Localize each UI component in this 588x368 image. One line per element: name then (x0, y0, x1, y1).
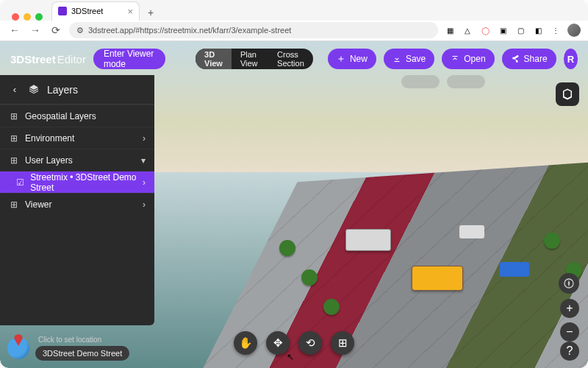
zoom-controls: + − (560, 299, 579, 342)
app-viewport: 3DStreet Editor Enter Viewer mode 3D Vie… (0, 41, 588, 368)
viewer-mode-button[interactable]: Enter Viewer mode (93, 49, 165, 69)
help-icon: ? (567, 344, 573, 358)
secondary-toolbar (401, 75, 485, 88)
zoom-in-button[interactable]: + (560, 299, 579, 318)
layer-row-viewer[interactable]: ⊞ Viewer › (0, 193, 154, 215)
layer-row-geospatial[interactable]: ⊞ Geospatial Layers (0, 105, 154, 127)
layers-icon (28, 84, 40, 96)
url-bar[interactable]: ⚙ 3dstreet.app/#https://streetmix.net/kf… (69, 22, 438, 38)
browser-chrome: 3DStreet × + ← → ⟳ ⚙ 3dstreet.app/#https… (0, 0, 588, 41)
minimize-window-icon[interactable] (24, 13, 31, 21)
hand-icon: ✋ (239, 336, 253, 350)
chevron-right-icon: › (143, 199, 146, 210)
favicon-icon (58, 7, 67, 15)
checkbox-checked-icon: ☑ (16, 177, 24, 188)
layer-row-streetmix-demo[interactable]: ☑ Streetmix • 3DStreet Demo Street › (0, 171, 154, 193)
site-info-icon[interactable]: ⚙ (76, 26, 84, 35)
ext-icon[interactable]: ◯ (479, 24, 491, 36)
tab-strip: 3DStreet × + (0, 0, 588, 21)
extensions-area: ▦ △ ◯ ▣ ▢ ◧ ⋮ (444, 24, 581, 37)
app-topbar: 3DStreet Editor Enter Viewer mode 3D Vie… (10, 49, 578, 69)
rotate-tool-button[interactable]: ⟲ (298, 331, 322, 355)
plus-box-icon: ⊞ (9, 133, 19, 144)
maximize-window-icon[interactable] (35, 13, 43, 21)
close-tab-icon[interactable]: × (127, 6, 133, 17)
address-bar-row: ← → ⟳ ⚙ 3dstreet.app/#https://streetmix.… (0, 21, 588, 41)
layer-label: Environment (25, 133, 74, 144)
view-cube-button[interactable] (556, 82, 579, 106)
url-text: 3dstreet.app/#https://streetmix.net/kfar… (88, 26, 291, 35)
new-tab-button[interactable]: + (143, 4, 159, 21)
minus-icon: − (566, 325, 573, 339)
user-avatar[interactable]: R (564, 49, 578, 69)
panel-title: Layers (47, 84, 78, 96)
toolbar-placeholder[interactable] (401, 75, 440, 88)
plus-icon: + (566, 302, 573, 315)
chevron-down-icon: ▾ (141, 155, 146, 166)
forward-button[interactable]: → (28, 23, 43, 38)
back-button[interactable]: ← (7, 23, 22, 38)
ext-icon[interactable]: ◧ (532, 24, 544, 36)
cube-icon (561, 88, 574, 101)
layer-label: Geospatial Layers (25, 111, 96, 121)
ext-icon[interactable]: ▦ (444, 24, 456, 36)
rotate-icon: ⟲ (306, 336, 315, 350)
move-icon: ✥ (273, 336, 283, 350)
plus-box-icon: ⊞ (9, 199, 19, 210)
view-tabs: 3D View Plan View Cross Section (196, 49, 313, 69)
ext-icon[interactable]: ⋮ (550, 24, 562, 36)
save-button[interactable]: Save (384, 49, 434, 69)
layer-label: User Layers (25, 155, 73, 166)
panel-back-button[interactable]: ‹ (9, 84, 21, 95)
ext-icon[interactable]: △ (462, 24, 473, 36)
close-window-icon[interactable] (12, 13, 19, 21)
layer-row-environment[interactable]: ⊞ Environment › (0, 127, 154, 149)
layer-row-user-layers[interactable]: ⊞ User Layers ▾ (0, 149, 154, 171)
app-logo[interactable]: 3DStreet Editor (10, 53, 86, 66)
set-location-hint: Click to set location (35, 336, 129, 344)
ext-icon[interactable]: ▢ (514, 24, 526, 36)
share-button[interactable]: Share (502, 49, 556, 69)
zoom-out-button[interactable]: − (560, 322, 579, 342)
add-tool-button[interactable]: ⊞ (331, 331, 354, 355)
new-button[interactable]: New (328, 49, 376, 69)
tab-3d-view[interactable]: 3D View (196, 49, 232, 69)
help-button[interactable]: ? (560, 342, 579, 361)
project-name-chip[interactable]: 3DStreet Demo Street (35, 346, 129, 361)
compass-button[interactable] (559, 273, 579, 294)
browser-tab[interactable]: 3DStreet × (51, 1, 140, 21)
viewer-mode-label: Enter Viewer mode (104, 49, 155, 69)
location-badge[interactable]: Click to set location 3DStreet Demo Stre… (7, 336, 129, 361)
panel-header: ‹ Layers (0, 75, 154, 105)
compass-icon (563, 277, 575, 289)
chevron-right-icon: › (143, 133, 146, 144)
reload-button[interactable]: ⟳ (49, 23, 63, 38)
tab-title: 3DStreet (71, 7, 103, 15)
transform-tools: ✋ ✥ ⟲ ⊞ (234, 331, 354, 355)
profile-avatar[interactable] (567, 24, 581, 37)
logo-secondary: Editor (57, 53, 86, 66)
upload-icon (451, 54, 459, 63)
plus-icon (337, 54, 345, 63)
logo-primary: 3DStreet (10, 53, 56, 66)
bottom-left-cluster: Click to set location 3DStreet Demo Stre… (7, 336, 129, 361)
cursor-icon: ↖ (287, 352, 294, 362)
toolbar-placeholder[interactable] (447, 75, 485, 88)
plus-box-icon: ⊞ (9, 111, 19, 121)
window-controls[interactable] (6, 13, 49, 21)
tab-plan-view[interactable]: Plan View (232, 49, 268, 69)
chevron-right-icon: › (143, 177, 146, 188)
ext-icon[interactable]: ▣ (497, 24, 509, 36)
tab-cross-section[interactable]: Cross Section (268, 49, 313, 69)
layers-panel: ‹ Layers ⊞ Geospatial Layers ⊞ Environme… (0, 75, 154, 325)
plus-box-icon: ⊞ (9, 155, 19, 166)
hand-tool-button[interactable]: ✋ (234, 331, 257, 355)
layer-label: Streetmix • 3DStreet Demo Street (30, 172, 137, 193)
download-icon (392, 54, 401, 63)
layer-label: Viewer (25, 199, 51, 210)
open-button[interactable]: Open (442, 49, 494, 69)
share-icon (511, 54, 520, 63)
globe-pin-icon (7, 337, 29, 359)
add-box-icon: ⊞ (338, 336, 348, 350)
